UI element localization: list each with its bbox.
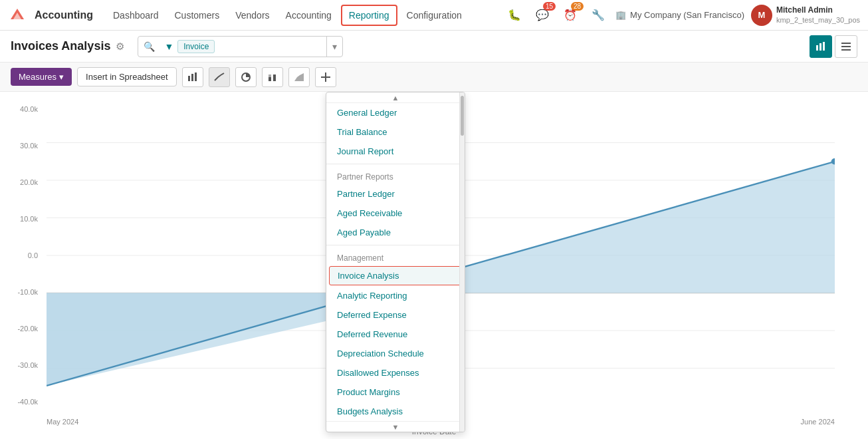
chat-badge: 15: [543, 2, 556, 11]
company-name: My Company (San Francisco): [630, 10, 744, 20]
menu-item-analytic-reporting[interactable]: Analytic Reporting: [326, 286, 465, 305]
nav-reporting[interactable]: Reporting: [341, 5, 397, 26]
x-label-may: May 2024: [47, 418, 78, 426]
x-label-june: June 2024: [801, 418, 835, 426]
nav-dashboard[interactable]: Dashboard: [106, 6, 165, 25]
stacked-bar-btn[interactable]: [262, 67, 283, 87]
clock-button[interactable]: ⏰ 28: [560, 5, 581, 26]
y-label-neg30k: -30.0k: [17, 361, 38, 369]
line-chart-btn[interactable]: [209, 67, 230, 87]
scroll-thumb[interactable]: [461, 96, 464, 136]
svg-rect-6: [188, 76, 190, 81]
menu-divider-1: [326, 164, 465, 164]
menu-item-aged-receivable[interactable]: Aged Receivable: [326, 204, 465, 223]
user-menu[interactable]: M Mitchell Admin kmp_2_test_may_30_pos: [751, 5, 860, 26]
y-label-40k: 40.0k: [20, 105, 38, 113]
svg-rect-8: [195, 73, 197, 81]
svg-rect-4: [841, 46, 851, 47]
y-label-neg10k: -10.0k: [17, 288, 38, 296]
menu-item-general-ledger[interactable]: General Ledger: [326, 103, 465, 122]
insert-spreadsheet-button[interactable]: Insert in Spreadsheet: [77, 67, 177, 86]
app-logo[interactable]: [8, 6, 27, 25]
user-info: Mitchell Admin kmp_2_test_may_30_pos: [776, 5, 860, 25]
nav-accounting[interactable]: Accounting: [279, 6, 338, 25]
view-toggles: [810, 35, 857, 58]
svg-rect-0: [816, 45, 818, 51]
main-content: 40.0k 30.0k 20.0k 10.0k 0.0 -10.0k -20.0…: [0, 92, 868, 439]
menu-item-disallowed-expenses[interactable]: Disallowed Expenses: [326, 363, 465, 382]
topnav-right: 🐛 💬 15 ⏰ 28 🔧 🏢 My Company (San Francisc…: [504, 5, 860, 26]
menu-item-deferred-revenue[interactable]: Deferred Revenue: [326, 325, 465, 344]
scrollbar[interactable]: [459, 92, 465, 432]
menu-item-trial-balance[interactable]: Trial Balance: [326, 122, 465, 142]
y-label-neg40k: -40.0k: [17, 398, 38, 406]
page-header: Invoices Analysis ⚙ 🔍 ▼ Invoice ▾: [0, 31, 868, 63]
section-label-management: Management: [326, 248, 465, 265]
scroll-up-indicator: ▲: [326, 92, 465, 103]
reporting-dropdown-menu: ▲ General Ledger Trial Balance Journal R…: [326, 92, 465, 432]
user-avatar[interactable]: M: [751, 5, 772, 26]
svg-rect-2: [823, 42, 825, 51]
search-tag[interactable]: Invoice: [177, 40, 215, 53]
svg-rect-11: [269, 74, 271, 77]
y-axis-labels: 40.0k 30.0k 20.0k 10.0k 0.0 -10.0k -20.0…: [0, 105, 43, 406]
svg-rect-7: [191, 74, 193, 81]
extra-chart-btn[interactable]: [315, 67, 336, 87]
nav-configuration[interactable]: Configuration: [400, 6, 469, 25]
y-label-10k: 10.0k: [20, 215, 38, 223]
menu-divider-2: [326, 245, 465, 245]
bar-chart-view-btn[interactable]: [810, 35, 832, 58]
search-dropdown-arrow[interactable]: ▾: [326, 37, 342, 57]
nav-vendors[interactable]: Vendors: [229, 6, 276, 25]
top-navigation: Accounting Dashboard Customers Vendors A…: [0, 0, 868, 31]
app-name[interactable]: Accounting: [35, 9, 93, 21]
menu-item-depreciation-schedule[interactable]: Depreciation Schedule: [326, 344, 465, 363]
page-title: Invoices Analysis: [11, 39, 110, 53]
user-database: kmp_2_test_may_30_pos: [776, 15, 860, 25]
menu-item-aged-payable[interactable]: Aged Payable: [326, 223, 465, 242]
measures-dropdown-icon: ▾: [59, 72, 64, 82]
svg-rect-10: [269, 77, 271, 81]
y-label-30k: 30.0k: [20, 142, 38, 150]
measures-button[interactable]: Measures ▾: [11, 68, 72, 86]
company-selector[interactable]: 🏢 My Company (San Francisco): [615, 10, 744, 20]
svg-rect-3: [841, 43, 851, 44]
search-bar: 🔍 ▼ Invoice ▾: [138, 36, 343, 57]
y-label-20k: 20.0k: [20, 178, 38, 186]
svg-rect-5: [841, 49, 851, 51]
search-input[interactable]: [215, 41, 326, 51]
username: Mitchell Admin: [776, 5, 860, 16]
menu-item-journal-report[interactable]: Journal Report: [326, 142, 465, 161]
section-label-partner-reports: Partner Reports: [326, 167, 465, 184]
menu-item-deferred-expense[interactable]: Deferred Expense: [326, 305, 465, 325]
scroll-down-indicator: ▼: [326, 421, 465, 432]
company-building-icon: 🏢: [615, 10, 626, 20]
settings-icon[interactable]: ⚙: [116, 41, 124, 53]
y-label-0: 0.0: [28, 251, 38, 259]
wrench-icon[interactable]: 🔧: [588, 5, 609, 26]
area-chart-btn[interactable]: [288, 67, 310, 87]
filter-icon[interactable]: ▼: [160, 41, 177, 52]
toolbar: Measures ▾ Insert in Spreadsheet: [0, 63, 868, 92]
chat-button[interactable]: 💬 15: [532, 5, 553, 26]
list-view-btn[interactable]: [835, 35, 857, 58]
bar-chart-btn[interactable]: [182, 67, 203, 87]
menu-item-budgets-analysis[interactable]: Budgets Analysis: [326, 402, 465, 421]
menu-item-partner-ledger[interactable]: Partner Ledger: [326, 184, 465, 204]
menu-item-product-margins[interactable]: Product Margins: [326, 382, 465, 402]
pie-chart-btn[interactable]: [235, 67, 257, 87]
menu-item-invoice-analysis[interactable]: Invoice Analysis: [329, 266, 462, 285]
bug-icon[interactable]: 🐛: [504, 5, 525, 26]
svg-rect-1: [819, 43, 821, 51]
svg-rect-12: [273, 74, 276, 81]
nav-customers[interactable]: Customers: [168, 6, 227, 25]
clock-badge: 28: [571, 2, 584, 11]
y-label-neg20k: -20.0k: [17, 325, 38, 333]
search-icon: 🔍: [138, 41, 160, 52]
measures-label: Measures: [19, 72, 56, 82]
